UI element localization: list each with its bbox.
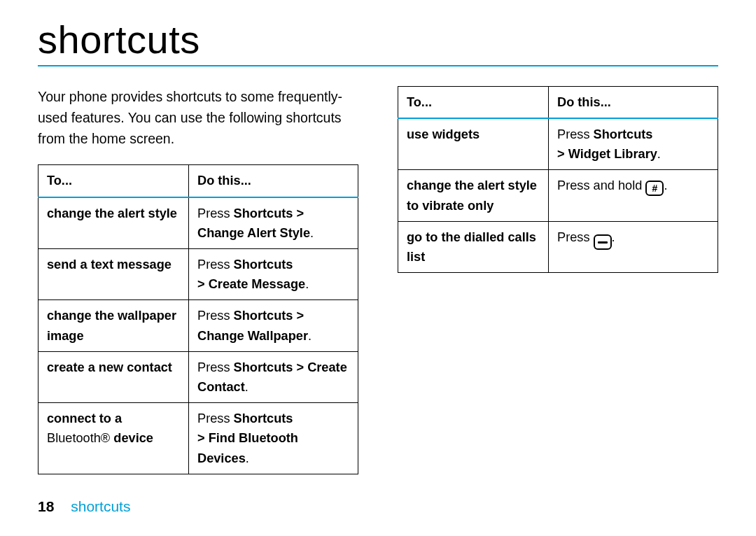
section-name: shortcuts [71, 498, 130, 514]
do-text: Press [197, 360, 234, 374]
do-text: . [612, 230, 615, 244]
table-row: go to the dialled calls list Press . [398, 221, 718, 272]
do-text: . [245, 380, 248, 394]
table-row: use widgets Press Shortcuts > Widget Lib… [398, 118, 718, 170]
right-column: To... Do this... use widgets Press Short… [398, 86, 718, 474]
row-to-part: device [113, 431, 153, 445]
menu-path: Shortcuts [234, 258, 293, 271]
hash-key-icon: # [645, 181, 664, 196]
page-title: shortcuts [38, 20, 718, 61]
left-column: Your phone provides shortcuts to some fr… [38, 86, 358, 474]
row-to: go to the dialled calls list [398, 221, 549, 272]
row-to: change the wallpaper image [38, 300, 189, 351]
row-to-part: connect to a [47, 411, 122, 425]
table-row: create a new contact Press Shortcuts > C… [38, 351, 358, 402]
row-to: send a text message [38, 249, 189, 300]
do-text: Press [197, 411, 234, 425]
do-text: Press [197, 206, 234, 220]
title-divider [38, 65, 718, 66]
table-row: change the wallpaper image Press Shortcu… [38, 300, 358, 351]
menu-path: Shortcuts [594, 127, 653, 141]
row-do: Press Shortcuts > Change Wallpaper. [189, 300, 358, 351]
page-number: 18 [38, 498, 54, 514]
row-do: Press Shortcuts > Widget Library. [549, 118, 718, 170]
row-to: change the alert style to vibrate only [398, 170, 549, 221]
table2-header-to: To... [398, 86, 549, 118]
row-to: create a new contact [38, 351, 189, 402]
menu-sep: > [197, 431, 209, 445]
row-do: Press Shortcuts > Find Bluetooth Devices… [189, 403, 358, 474]
do-text: . [664, 178, 667, 192]
table-row: change the alert style Press Shortcuts >… [38, 197, 358, 249]
do-text: . [305, 277, 309, 291]
intro-paragraph: Your phone provides shortcuts to some fr… [38, 86, 358, 150]
row-to: connect to a Bluetooth® device [38, 403, 189, 474]
table2-header-do: Do this... [549, 86, 718, 118]
do-text: Press [557, 230, 594, 244]
menu-path: Widget Library [568, 147, 657, 161]
row-to-part: Bluetooth® [47, 431, 113, 445]
do-text: . [310, 226, 314, 240]
shortcuts-table-2: To... Do this... use widgets Press Short… [398, 86, 718, 273]
row-to: use widgets [398, 118, 549, 170]
table-row: send a text message Press Shortcuts > Cr… [38, 249, 358, 300]
page-footer: 18 shortcuts [38, 498, 130, 515]
table-row: change the alert style to vibrate only P… [398, 170, 718, 221]
row-to: change the alert style [38, 197, 189, 249]
do-text: Press [197, 258, 234, 271]
row-do: Press and hold #. [549, 170, 718, 221]
table1-header-do: Do this... [189, 165, 358, 197]
row-do: Press Shortcuts > Create Message. [189, 249, 358, 300]
table-row: connect to a Bluetooth® device Press Sho… [38, 403, 358, 474]
manual-page: shortcuts Your phone provides shortcuts … [0, 0, 756, 536]
do-text: Press and hold [557, 178, 645, 192]
send-key-icon [594, 234, 612, 250]
row-do: Press . [549, 221, 718, 272]
do-text: . [657, 147, 661, 161]
menu-path: Create Message [209, 277, 306, 291]
menu-sep: > [197, 277, 209, 291]
row-do: Press Shortcuts > Create Contact. [189, 351, 358, 402]
row-do: Press Shortcuts > Change Alert Style. [189, 197, 358, 249]
do-text: Press [197, 309, 234, 323]
content-columns: Your phone provides shortcuts to some fr… [38, 86, 718, 474]
table1-header-to: To... [38, 165, 189, 197]
do-text: Press [557, 127, 594, 141]
do-text: . [308, 329, 312, 343]
do-text: . [246, 451, 249, 465]
menu-path: Shortcuts [234, 411, 293, 425]
menu-sep: > [557, 147, 568, 161]
shortcuts-table-1: To... Do this... change the alert style … [38, 164, 358, 474]
